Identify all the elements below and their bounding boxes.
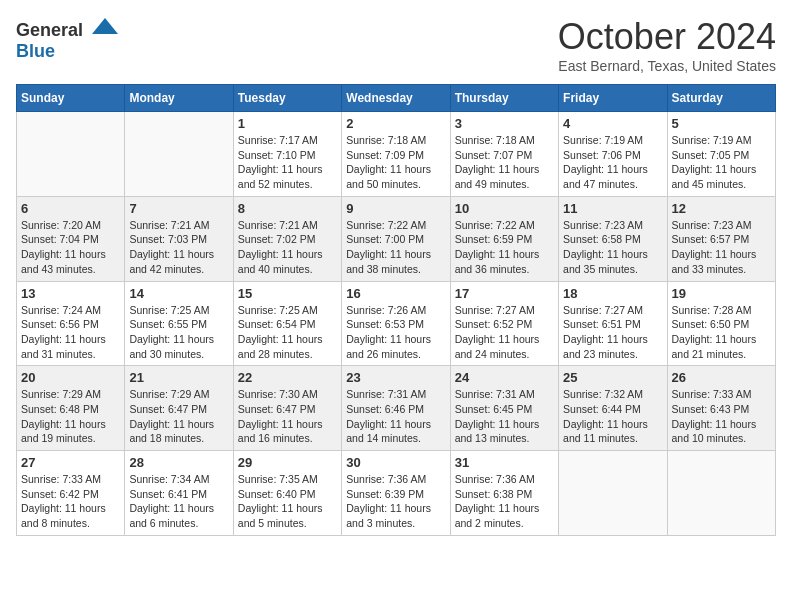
day-number: 8 (238, 201, 337, 216)
calendar-day-cell: 29Sunrise: 7:35 AM Sunset: 6:40 PM Dayli… (233, 451, 341, 536)
day-info: Sunrise: 7:36 AM Sunset: 6:39 PM Dayligh… (346, 472, 445, 531)
day-number: 15 (238, 286, 337, 301)
calendar-day-cell: 23Sunrise: 7:31 AM Sunset: 6:46 PM Dayli… (342, 366, 450, 451)
day-number: 23 (346, 370, 445, 385)
day-info: Sunrise: 7:19 AM Sunset: 7:06 PM Dayligh… (563, 133, 662, 192)
svg-marker-0 (92, 18, 118, 34)
day-info: Sunrise: 7:23 AM Sunset: 6:58 PM Dayligh… (563, 218, 662, 277)
day-info: Sunrise: 7:21 AM Sunset: 7:02 PM Dayligh… (238, 218, 337, 277)
day-number: 11 (563, 201, 662, 216)
day-number: 29 (238, 455, 337, 470)
day-number: 24 (455, 370, 554, 385)
calendar-week-row: 6Sunrise: 7:20 AM Sunset: 7:04 PM Daylig… (17, 196, 776, 281)
day-number: 21 (129, 370, 228, 385)
day-info: Sunrise: 7:25 AM Sunset: 6:55 PM Dayligh… (129, 303, 228, 362)
calendar-day-cell: 27Sunrise: 7:33 AM Sunset: 6:42 PM Dayli… (17, 451, 125, 536)
calendar-day-cell: 9Sunrise: 7:22 AM Sunset: 7:00 PM Daylig… (342, 196, 450, 281)
day-number: 22 (238, 370, 337, 385)
page-header: General Blue October 2024 East Bernard, … (16, 16, 776, 74)
calendar-day-cell: 14Sunrise: 7:25 AM Sunset: 6:55 PM Dayli… (125, 281, 233, 366)
calendar-day-cell: 6Sunrise: 7:20 AM Sunset: 7:04 PM Daylig… (17, 196, 125, 281)
day-number: 16 (346, 286, 445, 301)
day-number: 10 (455, 201, 554, 216)
calendar-table: SundayMondayTuesdayWednesdayThursdayFrid… (16, 84, 776, 536)
day-info: Sunrise: 7:19 AM Sunset: 7:05 PM Dayligh… (672, 133, 771, 192)
day-info: Sunrise: 7:29 AM Sunset: 6:47 PM Dayligh… (129, 387, 228, 446)
day-info: Sunrise: 7:18 AM Sunset: 7:09 PM Dayligh… (346, 133, 445, 192)
day-info: Sunrise: 7:21 AM Sunset: 7:03 PM Dayligh… (129, 218, 228, 277)
calendar-week-row: 13Sunrise: 7:24 AM Sunset: 6:56 PM Dayli… (17, 281, 776, 366)
day-number: 25 (563, 370, 662, 385)
day-number: 17 (455, 286, 554, 301)
day-number: 20 (21, 370, 120, 385)
calendar-day-cell (559, 451, 667, 536)
day-info: Sunrise: 7:31 AM Sunset: 6:46 PM Dayligh… (346, 387, 445, 446)
day-info: Sunrise: 7:31 AM Sunset: 6:45 PM Dayligh… (455, 387, 554, 446)
day-info: Sunrise: 7:22 AM Sunset: 7:00 PM Dayligh… (346, 218, 445, 277)
day-number: 28 (129, 455, 228, 470)
calendar-day-cell: 30Sunrise: 7:36 AM Sunset: 6:39 PM Dayli… (342, 451, 450, 536)
day-of-week-header: Sunday (17, 85, 125, 112)
day-number: 30 (346, 455, 445, 470)
day-number: 5 (672, 116, 771, 131)
calendar-day-cell: 15Sunrise: 7:25 AM Sunset: 6:54 PM Dayli… (233, 281, 341, 366)
calendar-day-cell: 12Sunrise: 7:23 AM Sunset: 6:57 PM Dayli… (667, 196, 775, 281)
day-info: Sunrise: 7:33 AM Sunset: 6:43 PM Dayligh… (672, 387, 771, 446)
day-number: 3 (455, 116, 554, 131)
day-of-week-header: Tuesday (233, 85, 341, 112)
calendar-day-cell: 24Sunrise: 7:31 AM Sunset: 6:45 PM Dayli… (450, 366, 558, 451)
day-info: Sunrise: 7:36 AM Sunset: 6:38 PM Dayligh… (455, 472, 554, 531)
calendar-day-cell: 31Sunrise: 7:36 AM Sunset: 6:38 PM Dayli… (450, 451, 558, 536)
calendar-day-cell: 7Sunrise: 7:21 AM Sunset: 7:03 PM Daylig… (125, 196, 233, 281)
day-number: 19 (672, 286, 771, 301)
day-number: 6 (21, 201, 120, 216)
day-number: 31 (455, 455, 554, 470)
calendar-day-cell: 26Sunrise: 7:33 AM Sunset: 6:43 PM Dayli… (667, 366, 775, 451)
logo-general-text: General (16, 20, 83, 40)
calendar-day-cell: 18Sunrise: 7:27 AM Sunset: 6:51 PM Dayli… (559, 281, 667, 366)
day-info: Sunrise: 7:24 AM Sunset: 6:56 PM Dayligh… (21, 303, 120, 362)
day-of-week-header: Wednesday (342, 85, 450, 112)
logo-icon (90, 16, 120, 36)
day-number: 1 (238, 116, 337, 131)
day-of-week-header: Friday (559, 85, 667, 112)
day-number: 7 (129, 201, 228, 216)
day-info: Sunrise: 7:26 AM Sunset: 6:53 PM Dayligh… (346, 303, 445, 362)
calendar-day-cell: 5Sunrise: 7:19 AM Sunset: 7:05 PM Daylig… (667, 112, 775, 197)
calendar-day-cell (17, 112, 125, 197)
logo: General Blue (16, 16, 120, 62)
day-number: 4 (563, 116, 662, 131)
day-info: Sunrise: 7:23 AM Sunset: 6:57 PM Dayligh… (672, 218, 771, 277)
day-info: Sunrise: 7:30 AM Sunset: 6:47 PM Dayligh… (238, 387, 337, 446)
location-text: East Bernard, Texas, United States (558, 58, 776, 74)
calendar-week-row: 1Sunrise: 7:17 AM Sunset: 7:10 PM Daylig… (17, 112, 776, 197)
day-number: 13 (21, 286, 120, 301)
calendar-day-cell: 25Sunrise: 7:32 AM Sunset: 6:44 PM Dayli… (559, 366, 667, 451)
day-info: Sunrise: 7:17 AM Sunset: 7:10 PM Dayligh… (238, 133, 337, 192)
day-info: Sunrise: 7:32 AM Sunset: 6:44 PM Dayligh… (563, 387, 662, 446)
calendar-day-cell (667, 451, 775, 536)
day-info: Sunrise: 7:22 AM Sunset: 6:59 PM Dayligh… (455, 218, 554, 277)
day-of-week-header: Monday (125, 85, 233, 112)
day-info: Sunrise: 7:25 AM Sunset: 6:54 PM Dayligh… (238, 303, 337, 362)
header-row: SundayMondayTuesdayWednesdayThursdayFrid… (17, 85, 776, 112)
calendar-day-cell: 4Sunrise: 7:19 AM Sunset: 7:06 PM Daylig… (559, 112, 667, 197)
logo-blue-text: Blue (16, 41, 55, 61)
calendar-day-cell: 28Sunrise: 7:34 AM Sunset: 6:41 PM Dayli… (125, 451, 233, 536)
day-of-week-header: Saturday (667, 85, 775, 112)
calendar-day-cell: 17Sunrise: 7:27 AM Sunset: 6:52 PM Dayli… (450, 281, 558, 366)
day-of-week-header: Thursday (450, 85, 558, 112)
calendar-day-cell: 16Sunrise: 7:26 AM Sunset: 6:53 PM Dayli… (342, 281, 450, 366)
day-info: Sunrise: 7:18 AM Sunset: 7:07 PM Dayligh… (455, 133, 554, 192)
day-info: Sunrise: 7:20 AM Sunset: 7:04 PM Dayligh… (21, 218, 120, 277)
calendar-day-cell: 3Sunrise: 7:18 AM Sunset: 7:07 PM Daylig… (450, 112, 558, 197)
calendar-day-cell: 8Sunrise: 7:21 AM Sunset: 7:02 PM Daylig… (233, 196, 341, 281)
day-info: Sunrise: 7:34 AM Sunset: 6:41 PM Dayligh… (129, 472, 228, 531)
calendar-day-cell: 1Sunrise: 7:17 AM Sunset: 7:10 PM Daylig… (233, 112, 341, 197)
day-number: 12 (672, 201, 771, 216)
day-number: 2 (346, 116, 445, 131)
day-info: Sunrise: 7:27 AM Sunset: 6:52 PM Dayligh… (455, 303, 554, 362)
calendar-day-cell: 13Sunrise: 7:24 AM Sunset: 6:56 PM Dayli… (17, 281, 125, 366)
calendar-day-cell: 22Sunrise: 7:30 AM Sunset: 6:47 PM Dayli… (233, 366, 341, 451)
day-info: Sunrise: 7:33 AM Sunset: 6:42 PM Dayligh… (21, 472, 120, 531)
